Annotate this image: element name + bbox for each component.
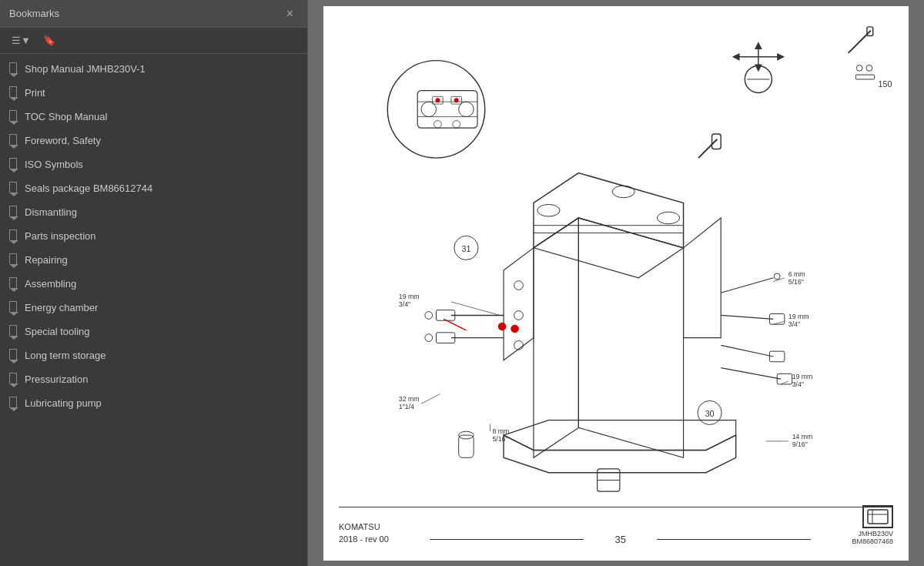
bookmark-label: Parts inspection <box>25 230 96 242</box>
bookmark-item[interactable]: Parts inspection <box>0 224 307 248</box>
page-content: 150 <box>339 22 893 504</box>
svg-point-10 <box>856 65 862 71</box>
bookmark-item[interactable]: Long term storage <box>0 343 307 367</box>
bookmarks-list: Shop Manual JMHB230V-1PrintTOC Shop Manu… <box>0 54 307 566</box>
svg-text:31: 31 <box>461 243 470 253</box>
svg-text:8 mm: 8 mm <box>492 427 509 435</box>
bookmarks-panel: Bookmarks × ☰▼ 🔖 Shop Manual JMHB230V-1P… <box>0 0 308 566</box>
svg-point-34 <box>774 273 780 279</box>
bookmark-item[interactable]: Pressurization <box>0 367 307 391</box>
bookmark-ribbon-icon <box>9 325 17 338</box>
svg-line-35 <box>721 315 773 319</box>
svg-line-32 <box>444 319 466 330</box>
bookmark-label: Foreword, Safety <box>25 135 101 146</box>
svg-point-81 <box>454 98 459 102</box>
drawing-area: 150 <box>339 22 893 504</box>
bookmark-label: Pressurization <box>25 373 88 385</box>
bookmark-item[interactable]: Assembling <box>0 272 307 296</box>
svg-marker-1 <box>732 52 740 60</box>
header-icons: × <box>282 5 298 22</box>
bookmark-item[interactable]: Print <box>0 81 307 105</box>
svg-point-21 <box>514 340 524 350</box>
svg-point-11 <box>866 65 872 71</box>
bookmark-ribbon-icon <box>9 253 17 266</box>
bookmarks-title: Bookmarks <box>9 8 59 19</box>
svg-line-65 <box>773 321 785 324</box>
svg-line-63 <box>451 301 500 315</box>
bookmark-ribbon-icon <box>9 182 17 195</box>
bookmark-item[interactable]: Shop Manual JMHB230V-1 <box>0 57 307 81</box>
bookmark-label: Repairing <box>25 254 68 266</box>
options-icon: ☰▼ <box>12 35 31 46</box>
svg-point-14 <box>537 204 560 216</box>
bookmark-ribbon-icon <box>9 349 17 362</box>
svg-text:5/16": 5/16" <box>788 277 804 285</box>
footer-page-number: 35 <box>614 534 625 545</box>
svg-text:150: 150 <box>879 79 892 88</box>
svg-marker-4 <box>755 42 762 49</box>
bookmark-ribbon-icon <box>9 277 17 290</box>
svg-line-66 <box>421 394 440 404</box>
bookmark-ribbon-icon <box>9 62 17 75</box>
svg-text:19 mm: 19 mm <box>788 313 809 320</box>
svg-text:19 mm: 19 mm <box>792 373 813 380</box>
svg-text:32 mm: 32 mm <box>399 395 420 403</box>
footer-right: JMHB230V BM86807468 <box>852 505 893 545</box>
svg-text:6 mm: 6 mm <box>788 270 805 277</box>
close-button[interactable]: × <box>282 5 298 22</box>
svg-text:3/4": 3/4" <box>399 300 410 307</box>
bookmark-add-button[interactable]: 🔖 <box>39 32 59 49</box>
footer-brand: KOMATSU 2018 - rev 00 <box>339 521 389 545</box>
svg-text:19 mm: 19 mm <box>399 293 420 300</box>
bookmark-add-icon: 🔖 <box>43 35 55 46</box>
document-panel: 150 <box>308 0 924 566</box>
bookmark-label: Shop Manual JMHB230V-1 <box>25 63 146 75</box>
footer-line-right <box>657 539 811 540</box>
bookmark-label: Energy chamber <box>25 302 98 313</box>
toolbar-row: ☰▼ 🔖 <box>0 28 307 54</box>
bookmark-ribbon-icon <box>9 206 17 219</box>
bookmark-item[interactable]: TOC Shop Manual <box>0 105 307 129</box>
bookmark-label: Print <box>25 87 45 99</box>
bookmark-ribbon-icon <box>9 86 17 99</box>
bookmark-label: Seals package BM86612744 <box>25 183 152 194</box>
footer-doc-id: JMHB230V BM86807468 <box>852 530 893 545</box>
svg-point-30 <box>498 323 506 330</box>
bookmark-item[interactable]: Lubricating pump <box>0 391 307 415</box>
svg-text:5/16": 5/16" <box>492 434 507 442</box>
bookmark-item[interactable]: Repairing <box>0 248 307 272</box>
svg-line-68 <box>781 381 788 384</box>
svg-text:9/16": 9/16" <box>792 440 808 447</box>
bookmark-ribbon-icon <box>9 229 17 243</box>
svg-point-80 <box>436 98 440 102</box>
bookmark-ribbon-icon <box>9 397 17 410</box>
options-button[interactable]: ☰▼ <box>8 32 35 49</box>
bookmark-item[interactable]: Special tooling <box>0 320 307 343</box>
svg-text:1"1/4: 1"1/4 <box>399 403 414 410</box>
svg-rect-48 <box>712 133 721 148</box>
bookmark-item[interactable]: Dismantling <box>0 200 307 224</box>
footer-line-left <box>430 539 584 540</box>
svg-line-39 <box>721 367 781 379</box>
svg-rect-12 <box>855 75 874 79</box>
bookmark-item[interactable]: Seals package BM86612744 <box>0 176 307 200</box>
page-container: 150 <box>323 6 909 561</box>
bookmark-item[interactable]: ISO Symbols <box>0 152 307 176</box>
bookmark-ribbon-icon <box>9 301 17 314</box>
bookmarks-header: Bookmarks × <box>0 0 307 28</box>
svg-point-20 <box>514 310 524 320</box>
footer-center: 35 <box>430 534 810 545</box>
bookmark-label: Special tooling <box>25 326 90 337</box>
svg-point-15 <box>612 186 634 198</box>
technical-drawing: 150 <box>339 22 893 504</box>
bookmark-label: Lubricating pump <box>25 397 102 409</box>
svg-marker-2 <box>777 52 785 60</box>
bookmark-label: TOC Shop Manual <box>25 111 107 122</box>
bookmark-item[interactable]: Energy chamber <box>0 296 307 320</box>
svg-point-31 <box>511 325 519 333</box>
svg-text:3/4": 3/4" <box>792 380 804 387</box>
bookmark-item[interactable]: Foreword, Safety <box>0 129 307 152</box>
svg-text:3/4": 3/4" <box>788 320 800 328</box>
bookmark-ribbon-icon <box>9 373 17 386</box>
svg-point-16 <box>658 212 680 224</box>
